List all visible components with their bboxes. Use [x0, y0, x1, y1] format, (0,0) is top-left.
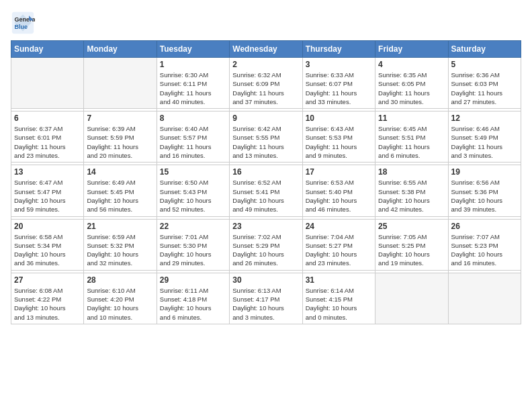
weekday-header: Tuesday: [157, 41, 229, 58]
day-info: Sunrise: 6:40 AM Sunset: 5:57 PM Dayligh…: [160, 124, 226, 160]
calendar-cell: 14Sunrise: 6:49 AM Sunset: 5:45 PM Dayli…: [84, 165, 157, 216]
day-info: Sunrise: 7:04 AM Sunset: 5:27 PM Dayligh…: [306, 232, 372, 268]
calendar-cell: 17Sunrise: 6:53 AM Sunset: 5:40 PM Dayli…: [302, 165, 375, 216]
day-info: Sunrise: 6:39 AM Sunset: 5:59 PM Dayligh…: [87, 124, 153, 160]
day-info: Sunrise: 6:14 AM Sunset: 4:15 PM Dayligh…: [306, 286, 372, 322]
calendar-week-row: 13Sunrise: 6:47 AM Sunset: 5:47 PM Dayli…: [11, 165, 521, 216]
calendar-cell: 8Sunrise: 6:40 AM Sunset: 5:57 PM Daylig…: [157, 111, 229, 163]
day-number: 11: [378, 113, 445, 123]
calendar-cell: 18Sunrise: 6:55 AM Sunset: 5:38 PM Dayli…: [375, 165, 448, 216]
day-info: Sunrise: 6:32 AM Sunset: 6:09 PM Dayligh…: [232, 71, 299, 106]
day-info: Sunrise: 7:07 AM Sunset: 5:23 PM Dayligh…: [451, 232, 518, 268]
day-info: Sunrise: 6:58 AM Sunset: 5:34 PM Dayligh…: [14, 232, 81, 268]
day-info: Sunrise: 6:13 AM Sunset: 4:17 PM Dayligh…: [232, 286, 299, 322]
day-info: Sunrise: 6:37 AM Sunset: 6:01 PM Dayligh…: [14, 124, 81, 160]
calendar-cell: [375, 273, 448, 324]
calendar-cell: 29Sunrise: 6:11 AM Sunset: 4:18 PM Dayli…: [157, 273, 229, 324]
calendar-cell: 31Sunrise: 6:14 AM Sunset: 4:15 PM Dayli…: [302, 273, 375, 324]
day-info: Sunrise: 7:01 AM Sunset: 5:30 PM Dayligh…: [160, 232, 226, 268]
calendar-week-row: 6Sunrise: 6:37 AM Sunset: 6:01 PM Daylig…: [11, 111, 521, 163]
calendar-cell: [448, 273, 521, 324]
day-number: 16: [232, 167, 299, 177]
weekday-header: Monday: [84, 41, 157, 58]
day-number: 13: [14, 167, 81, 177]
day-number: 15: [160, 167, 226, 177]
page-header: General Blue: [11, 11, 521, 35]
calendar-cell: 11Sunrise: 6:45 AM Sunset: 5:51 PM Dayli…: [375, 111, 448, 163]
day-number: 31: [306, 275, 372, 285]
logo-icon: General Blue: [11, 11, 35, 35]
day-info: Sunrise: 7:05 AM Sunset: 5:25 PM Dayligh…: [378, 232, 445, 268]
calendar-cell: 30Sunrise: 6:13 AM Sunset: 4:17 PM Dayli…: [230, 273, 302, 324]
day-info: Sunrise: 6:33 AM Sunset: 6:07 PM Dayligh…: [306, 71, 372, 106]
day-info: Sunrise: 6:43 AM Sunset: 5:53 PM Dayligh…: [306, 124, 372, 160]
day-info: Sunrise: 6:45 AM Sunset: 5:51 PM Dayligh…: [378, 124, 445, 160]
day-info: Sunrise: 6:30 AM Sunset: 6:11 PM Dayligh…: [160, 71, 226, 106]
day-number: 24: [306, 222, 372, 231]
day-number: 18: [378, 167, 445, 177]
calendar-cell: 27Sunrise: 6:08 AM Sunset: 4:22 PM Dayli…: [11, 273, 84, 324]
day-number: 2: [232, 60, 299, 69]
calendar-week-row: 27Sunrise: 6:08 AM Sunset: 4:22 PM Dayli…: [11, 273, 521, 324]
calendar-cell: [11, 58, 84, 109]
calendar-cell: 15Sunrise: 6:50 AM Sunset: 5:43 PM Dayli…: [157, 165, 229, 216]
day-info: Sunrise: 6:52 AM Sunset: 5:41 PM Dayligh…: [232, 178, 299, 214]
day-info: Sunrise: 6:36 AM Sunset: 6:03 PM Dayligh…: [451, 71, 518, 106]
day-number: 3: [306, 60, 372, 69]
calendar-cell: 4Sunrise: 6:35 AM Sunset: 6:05 PM Daylig…: [375, 58, 448, 109]
weekday-header: Friday: [375, 41, 448, 58]
day-number: 21: [87, 222, 153, 231]
calendar-cell: 21Sunrise: 6:59 AM Sunset: 5:32 PM Dayli…: [84, 219, 157, 270]
day-info: Sunrise: 6:46 AM Sunset: 5:49 PM Dayligh…: [451, 124, 518, 160]
day-number: 26: [451, 222, 518, 231]
day-number: 7: [87, 113, 153, 123]
day-number: 17: [306, 167, 372, 177]
day-info: Sunrise: 7:02 AM Sunset: 5:29 PM Dayligh…: [232, 232, 299, 268]
calendar-cell: 23Sunrise: 7:02 AM Sunset: 5:29 PM Dayli…: [230, 219, 302, 270]
day-info: Sunrise: 6:11 AM Sunset: 4:18 PM Dayligh…: [160, 286, 226, 322]
day-number: 19: [451, 167, 518, 177]
day-info: Sunrise: 6:59 AM Sunset: 5:32 PM Dayligh…: [87, 232, 153, 268]
day-number: 22: [160, 222, 226, 231]
calendar-cell: 24Sunrise: 7:04 AM Sunset: 5:27 PM Dayli…: [302, 219, 375, 270]
calendar-cell: 16Sunrise: 6:52 AM Sunset: 5:41 PM Dayli…: [230, 165, 302, 216]
day-info: Sunrise: 6:10 AM Sunset: 4:20 PM Dayligh…: [87, 286, 153, 322]
day-info: Sunrise: 6:42 AM Sunset: 5:55 PM Dayligh…: [232, 124, 299, 160]
day-info: Sunrise: 6:08 AM Sunset: 4:22 PM Dayligh…: [14, 286, 81, 322]
day-number: 12: [451, 113, 518, 123]
calendar-cell: 25Sunrise: 7:05 AM Sunset: 5:25 PM Dayli…: [375, 219, 448, 270]
calendar-cell: 13Sunrise: 6:47 AM Sunset: 5:47 PM Dayli…: [11, 165, 84, 216]
calendar-week-row: 20Sunrise: 6:58 AM Sunset: 5:34 PM Dayli…: [11, 219, 521, 270]
logo: General Blue: [11, 11, 38, 35]
day-info: Sunrise: 6:47 AM Sunset: 5:47 PM Dayligh…: [14, 178, 81, 214]
svg-text:Blue: Blue: [14, 24, 28, 30]
day-number: 9: [232, 113, 299, 123]
calendar-week-row: 1Sunrise: 6:30 AM Sunset: 6:11 PM Daylig…: [11, 58, 521, 109]
calendar-cell: 9Sunrise: 6:42 AM Sunset: 5:55 PM Daylig…: [230, 111, 302, 163]
calendar-cell: 2Sunrise: 6:32 AM Sunset: 6:09 PM Daylig…: [230, 58, 302, 109]
day-number: 30: [232, 275, 299, 285]
day-number: 8: [160, 113, 226, 123]
calendar-cell: 28Sunrise: 6:10 AM Sunset: 4:20 PM Dayli…: [84, 273, 157, 324]
calendar-cell: 5Sunrise: 6:36 AM Sunset: 6:03 PM Daylig…: [448, 58, 521, 109]
calendar-cell: 10Sunrise: 6:43 AM Sunset: 5:53 PM Dayli…: [302, 111, 375, 163]
calendar-cell: 7Sunrise: 6:39 AM Sunset: 5:59 PM Daylig…: [84, 111, 157, 163]
day-info: Sunrise: 6:53 AM Sunset: 5:40 PM Dayligh…: [306, 178, 372, 214]
calendar-cell: 26Sunrise: 7:07 AM Sunset: 5:23 PM Dayli…: [448, 219, 521, 270]
day-info: Sunrise: 6:50 AM Sunset: 5:43 PM Dayligh…: [160, 178, 226, 214]
calendar-cell: 6Sunrise: 6:37 AM Sunset: 6:01 PM Daylig…: [11, 111, 84, 163]
weekday-header: Sunday: [11, 41, 84, 58]
calendar-cell: 19Sunrise: 6:56 AM Sunset: 5:36 PM Dayli…: [448, 165, 521, 216]
weekday-header: Saturday: [448, 41, 521, 58]
calendar-cell: 22Sunrise: 7:01 AM Sunset: 5:30 PM Dayli…: [157, 219, 229, 270]
calendar-cell: 1Sunrise: 6:30 AM Sunset: 6:11 PM Daylig…: [157, 58, 229, 109]
day-number: 5: [451, 60, 518, 69]
day-number: 1: [160, 60, 226, 69]
day-number: 28: [87, 275, 153, 285]
day-info: Sunrise: 6:49 AM Sunset: 5:45 PM Dayligh…: [87, 178, 153, 214]
day-number: 23: [232, 222, 299, 231]
day-number: 14: [87, 167, 153, 177]
calendar-cell: 20Sunrise: 6:58 AM Sunset: 5:34 PM Dayli…: [11, 219, 84, 270]
day-number: 6: [14, 113, 81, 123]
day-number: 29: [160, 275, 226, 285]
